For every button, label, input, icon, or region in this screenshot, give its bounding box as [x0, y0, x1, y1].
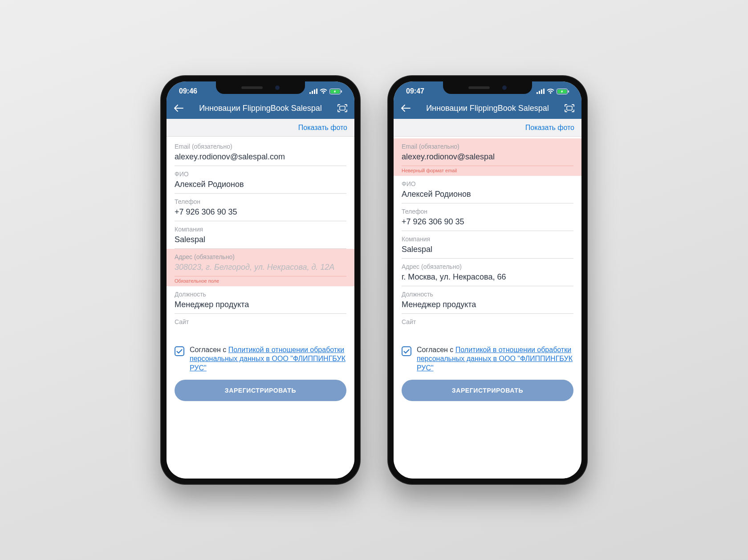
- field-position[interactable]: Должность Менеджер продукта: [394, 286, 581, 314]
- field-label: Телефон: [402, 208, 573, 215]
- field-value[interactable]: Алексей Родионов: [402, 190, 573, 203]
- nav-title: Инновации FlippingBook Salespal: [190, 104, 331, 113]
- wifi-icon: [547, 89, 554, 94]
- consent-row: Согласен с Политикой в отношении обработ…: [175, 340, 346, 379]
- field-label: Сайт: [175, 318, 346, 325]
- signal-icon: [537, 89, 545, 94]
- field-label: Адрес (обязательно): [175, 253, 346, 260]
- consent-checkbox[interactable]: [402, 346, 411, 356]
- svg-rect-5: [341, 90, 342, 93]
- arrow-left-icon: [174, 104, 183, 112]
- status-time: 09:47: [406, 87, 424, 95]
- field-label: Сайт: [402, 318, 573, 325]
- field-value[interactable]: Менеджер продукта: [175, 300, 346, 314]
- scan-icon: [337, 104, 348, 113]
- field-label: Компания: [402, 235, 573, 243]
- arrow-left-icon: [401, 104, 411, 112]
- field-error: Обязательное поле: [175, 276, 346, 286]
- field-value[interactable]: Salespal: [402, 245, 573, 259]
- field-value[interactable]: Алексей Родионов: [175, 180, 346, 194]
- field-label: Адрес (обязательно): [402, 263, 573, 270]
- phone-mockup: 09:47 Инновации FlippingBook Salespal По…: [387, 75, 588, 485]
- field-error: Неверный формат email: [402, 166, 573, 176]
- scan-button[interactable]: [563, 101, 576, 115]
- back-button[interactable]: [172, 101, 185, 115]
- field-fio[interactable]: ФИО Алексей Родионов: [167, 166, 354, 194]
- battery-icon: [557, 89, 569, 94]
- field-phone[interactable]: Телефон +7 926 306 90 35: [167, 194, 354, 221]
- show-photo-link[interactable]: Показать фото: [525, 124, 574, 132]
- consent-text: Согласен с Политикой в отношении обработ…: [190, 345, 346, 373]
- notch: [216, 81, 305, 94]
- sub-toolbar: Показать фото: [167, 119, 354, 137]
- back-button[interactable]: [399, 101, 412, 115]
- scan-icon: [564, 104, 575, 113]
- field-label: Должность: [175, 291, 346, 298]
- phone-mockup: 09:46 Инновации FlippingBook Salespal По…: [160, 75, 361, 485]
- field-value[interactable]: Salespal: [175, 235, 346, 249]
- sub-toolbar: Показать фото: [394, 119, 581, 137]
- status-icons: [309, 89, 342, 94]
- field-value[interactable]: [402, 328, 573, 340]
- scan-button[interactable]: [336, 101, 349, 115]
- nav-bar: Инновации FlippingBook Salespal: [394, 97, 581, 119]
- field-email[interactable]: Email (обязательно) alexey.rodionov@sale…: [167, 138, 354, 166]
- field-value[interactable]: [175, 328, 346, 340]
- field-address[interactable]: Адрес (обязательно) 308023, г. Белгород,…: [167, 249, 354, 286]
- field-value[interactable]: г. Москва, ул. Некрасова, 66: [402, 272, 573, 286]
- field-email[interactable]: Email (обязательно) alexey.rodionov@sale…: [394, 138, 581, 176]
- svg-rect-11: [543, 89, 545, 94]
- svg-rect-9: [539, 91, 540, 94]
- form: Email (обязательно) alexey.rodionov@sale…: [394, 137, 581, 479]
- register-button[interactable]: ЗАРЕГИСТРИРОВАТЬ: [175, 380, 346, 401]
- notch: [443, 81, 532, 94]
- consent-text: Согласен с Политикой в отношении обработ…: [417, 345, 573, 373]
- svg-rect-15: [567, 106, 572, 110]
- nav-bar: Инновации FlippingBook Salespal: [167, 97, 354, 119]
- field-company[interactable]: Компания Salespal: [167, 221, 354, 249]
- svg-rect-3: [316, 89, 317, 94]
- field-label: Email (обязательно): [402, 143, 573, 150]
- field-label: Email (обязательно): [175, 143, 346, 150]
- svg-rect-13: [568, 90, 569, 93]
- field-fio[interactable]: ФИО Алексей Родионов: [394, 176, 581, 203]
- battery-icon: [329, 89, 342, 94]
- field-label: Должность: [402, 291, 573, 298]
- consent-checkbox[interactable]: [175, 346, 184, 356]
- svg-rect-1: [312, 91, 313, 94]
- signal-icon: [309, 89, 317, 94]
- screen: 09:47 Инновации FlippingBook Salespal По…: [394, 81, 581, 479]
- nav-title: Инновации FlippingBook Salespal: [417, 104, 558, 113]
- field-phone[interactable]: Телефон +7 926 306 90 35: [394, 203, 581, 231]
- field-value[interactable]: alexey.rodionov@salespal.com: [175, 152, 346, 166]
- svg-rect-8: [537, 92, 538, 94]
- field-placeholder[interactable]: 308023, г. Белгород, ул. Некрасова, д. 1…: [175, 263, 346, 276]
- svg-rect-7: [340, 106, 345, 110]
- form: Email (обязательно) alexey.rodionov@sale…: [167, 137, 354, 479]
- check-icon: [176, 349, 183, 354]
- svg-rect-2: [314, 89, 315, 94]
- field-value[interactable]: Менеджер продукта: [402, 300, 573, 314]
- field-site[interactable]: Сайт: [394, 314, 581, 340]
- field-position[interactable]: Должность Менеджер продукта: [167, 286, 354, 314]
- field-label: ФИО: [175, 170, 346, 178]
- field-value[interactable]: +7 926 306 90 35: [175, 207, 346, 221]
- status-icons: [537, 89, 569, 94]
- field-value[interactable]: alexey.rodionov@salespal: [402, 152, 573, 166]
- field-company[interactable]: Компания Salespal: [394, 231, 581, 259]
- field-site[interactable]: Сайт: [167, 314, 354, 340]
- check-icon: [403, 349, 410, 354]
- screen: 09:46 Инновации FlippingBook Salespal По…: [167, 81, 354, 479]
- field-label: ФИО: [402, 180, 573, 187]
- consent-row: Согласен с Политикой в отношении обработ…: [402, 340, 573, 379]
- field-label: Компания: [175, 226, 346, 233]
- show-photo-link[interactable]: Показать фото: [298, 124, 347, 132]
- wifi-icon: [320, 89, 327, 94]
- status-time: 09:46: [179, 87, 197, 95]
- svg-rect-10: [541, 89, 542, 94]
- field-label: Телефон: [175, 198, 346, 205]
- field-address[interactable]: Адрес (обязательно) г. Москва, ул. Некра…: [394, 259, 581, 286]
- svg-rect-0: [309, 92, 311, 94]
- register-button[interactable]: ЗАРЕГИСТРИРОВАТЬ: [402, 380, 573, 401]
- field-value[interactable]: +7 926 306 90 35: [402, 217, 573, 231]
